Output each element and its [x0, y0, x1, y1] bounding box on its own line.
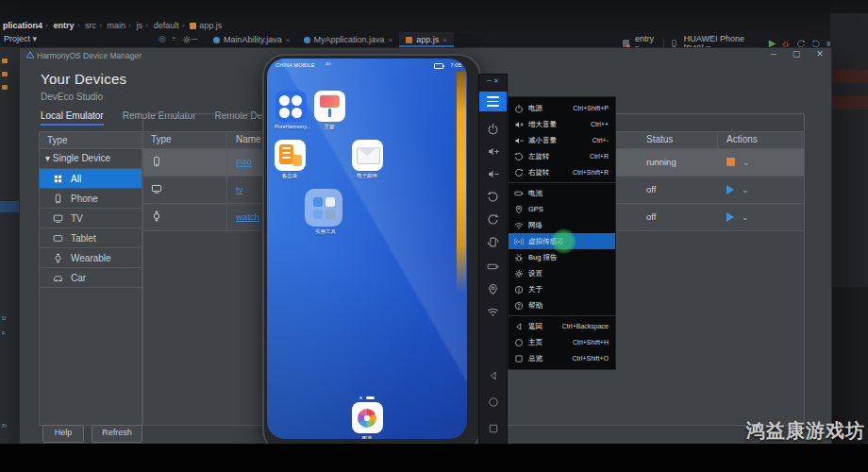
tab-local-emulator[interactable]: Local Emulator	[41, 110, 104, 124]
menu-item-power[interactable]: 电源 Ctrl+Shift+P	[509, 100, 615, 116]
status-badge: off	[646, 211, 656, 222]
menu-item-back[interactable]: 返回 Ctrl+Backspace	[509, 318, 615, 334]
app-gallery[interactable]: 图库	[351, 402, 383, 439]
menu-item-about[interactable]: 关于	[509, 281, 615, 297]
device-name-link[interactable]: tv	[236, 184, 242, 194]
breadcrumb-item[interactable]: entry	[54, 21, 75, 30]
power-icon	[514, 104, 524, 113]
menu-item-home[interactable]: 主页 Ctrl+Shift+H	[509, 334, 615, 350]
volume-up-button[interactable]	[479, 141, 507, 161]
phone-screen[interactable]: CHINA MOBILE 4G 7:05 PureHarmony... 主题 备…	[267, 59, 467, 439]
back-button[interactable]	[479, 365, 507, 386]
app-pureharmony[interactable]: PureHarmony...	[275, 91, 307, 129]
watch-icon	[151, 211, 162, 222]
battery-button[interactable]	[479, 256, 507, 277]
wifi-button[interactable]	[479, 301, 507, 322]
menu-item-help[interactable]: 帮助	[509, 297, 615, 313]
status-badge: off	[646, 184, 656, 194]
status-badge: running	[646, 157, 676, 167]
collapse-icon[interactable]: ÷	[172, 34, 182, 43]
hide-panel-icon[interactable]: ─	[192, 34, 203, 43]
breadcrumb-item[interactable]: js	[137, 21, 143, 30]
breadcrumb-separator-icon: ›	[77, 21, 80, 30]
car-icon	[53, 273, 63, 283]
device-name-link[interactable]: watch	[236, 211, 259, 222]
close-icon[interactable]: ×	[442, 36, 447, 44]
minimize-button[interactable]: ─	[487, 77, 492, 84]
tab-appjs[interactable]: app.js ×	[399, 32, 454, 47]
gallery-app-icon	[352, 402, 383, 433]
breadcrumb: plication4› entry› src› main› js› defaul…	[3, 21, 222, 30]
menu-item-volume-down[interactable]: 减小音量 Ctrl+-	[509, 132, 615, 148]
sidebar-item-phone[interactable]: Phone	[40, 189, 142, 209]
gps-button[interactable]	[479, 278, 507, 299]
sidebar-item-all[interactable]: All	[40, 169, 142, 189]
breadcrumb-item[interactable]: main	[108, 21, 126, 30]
back-icon	[514, 322, 524, 331]
app-themes[interactable]: 主题	[313, 91, 345, 130]
app-email[interactable]: 电子邮件	[351, 140, 383, 179]
themes-app-icon	[314, 91, 345, 122]
app-memo[interactable]: 备忘录	[274, 140, 306, 179]
project-panel-toolbar: ◎÷─	[159, 34, 203, 44]
refresh-button[interactable]: Refresh	[92, 425, 142, 443]
highlighted-line	[830, 96, 868, 110]
utilities-folder-icon	[305, 189, 342, 227]
sidebar-item-tablet[interactable]: Tablet	[40, 228, 142, 248]
overview-button[interactable]	[479, 418, 507, 439]
menu-item-settings[interactable]: 设置	[509, 265, 615, 281]
folder-utilities[interactable]: 实用工具	[305, 189, 346, 235]
breadcrumb-item[interactable]: default	[154, 21, 179, 30]
menu-item-rotate-right[interactable]: 右旋转 Ctrl+Shift+R	[509, 164, 615, 180]
menu-item-gps[interactable]: GPS	[509, 201, 615, 217]
minimize-button[interactable]: ─	[767, 49, 780, 59]
rotate-right-button[interactable]	[479, 209, 507, 229]
module-icon	[623, 40, 629, 47]
home-button[interactable]	[479, 392, 507, 413]
rotate-screen-button[interactable]	[479, 231, 507, 252]
gps-icon	[514, 205, 524, 214]
close-button[interactable]: ✕	[493, 77, 499, 84]
grid-icon	[53, 174, 63, 184]
locate-icon[interactable]: ◎	[159, 34, 172, 43]
power-button[interactable]	[479, 118, 507, 139]
close-icon[interactable]: ×	[286, 36, 291, 44]
device-name-link[interactable]: P40	[236, 157, 252, 167]
tab-mainability[interactable]: MainAbility.java ×	[207, 32, 297, 47]
chevron-down-icon[interactable]: ⌄	[742, 185, 749, 194]
volume-down-button[interactable]	[479, 163, 507, 184]
sidebar-item-tv[interactable]: TV	[40, 209, 142, 228]
emulator-menu-button[interactable]	[479, 92, 507, 111]
tv-icon	[151, 183, 162, 194]
menu-item-overview[interactable]: 总览 Ctrl+Shift+O	[509, 350, 615, 366]
breadcrumb-separator-icon: ›	[128, 21, 131, 30]
close-icon[interactable]: ×	[389, 36, 393, 44]
network-badge: 4G	[326, 61, 330, 66]
menu-item-battery[interactable]: 电池	[509, 185, 615, 201]
clock-label: 7:05	[450, 62, 461, 68]
menu-item-rotate-left[interactable]: 左旋转 Ctrl+R	[509, 148, 615, 164]
play-action-button[interactable]	[726, 212, 734, 222]
breadcrumb-item[interactable]: app.js	[199, 21, 222, 30]
help-button[interactable]: Help	[42, 425, 84, 443]
play-action-button[interactable]	[726, 185, 734, 194]
close-button[interactable]: ✕	[813, 49, 826, 59]
chevron-down-icon[interactable]: ⌄	[742, 212, 749, 222]
stop-action-button[interactable]	[726, 158, 735, 166]
maximize-button[interactable]: ▢	[790, 49, 803, 59]
rotate-left-button[interactable]	[479, 186, 507, 207]
breadcrumb-separator-icon: ›	[182, 21, 185, 30]
menu-item-volume-up[interactable]: 增大音量 Ctrl++	[509, 116, 615, 132]
breadcrumb-item[interactable]: src	[85, 21, 96, 30]
sidebar-item-car[interactable]: Car	[40, 268, 142, 288]
menu-separator	[509, 315, 615, 316]
project-tool-window-selector[interactable]: Project ▾	[4, 34, 37, 43]
gear-icon[interactable]	[182, 35, 192, 44]
home-icon	[514, 338, 524, 347]
tab-myapplication[interactable]: MyApplication.java ×	[297, 32, 400, 47]
sidebar-item-wearable[interactable]: Wearable	[40, 248, 142, 268]
tree-group-single-device[interactable]: ▾ Single Device	[40, 149, 142, 169]
tool-window-label: D	[2, 315, 6, 321]
chevron-down-icon[interactable]: ⌄	[743, 158, 750, 167]
breadcrumb-item[interactable]: plication4	[3, 21, 42, 30]
